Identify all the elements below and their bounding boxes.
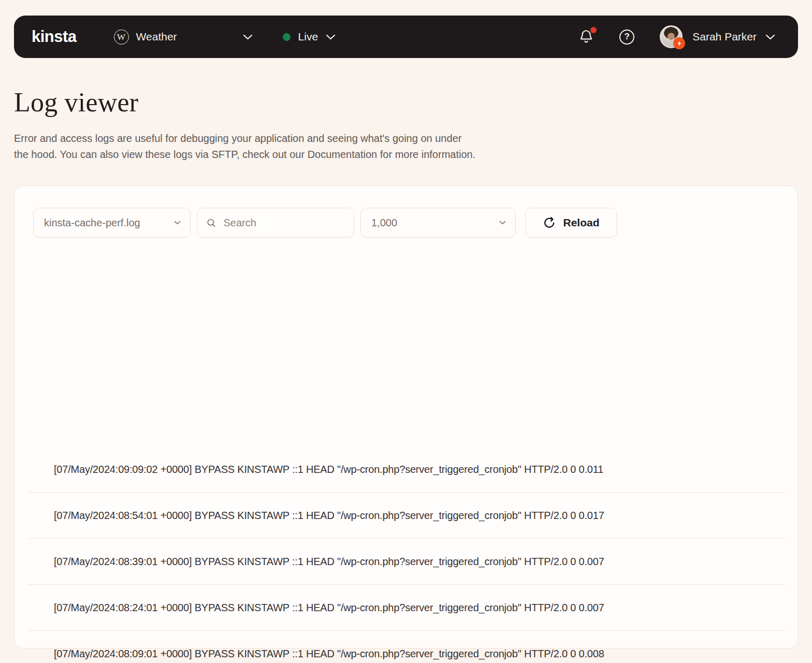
- user-name: Sarah Parker: [692, 31, 757, 43]
- wordpress-icon: W: [114, 30, 129, 45]
- line-count-select-value: 1,000: [371, 217, 397, 229]
- log-entry-text: [07/May/2024:09:09:02 +0000] BYPASS KINS…: [54, 464, 603, 475]
- log-file-select[interactable]: kinsta-cache-perf.log: [33, 208, 191, 238]
- search-input[interactable]: [223, 217, 344, 229]
- log-entry-text: [07/May/2024:08:54:01 +0000] BYPASS KINS…: [54, 510, 604, 522]
- reload-button-label: Reload: [563, 217, 599, 229]
- log-controls: kinsta-cache-perf.log 1,000 Reload: [33, 208, 617, 238]
- notification-badge: [590, 27, 597, 33]
- line-count-select[interactable]: 1,000: [360, 208, 516, 238]
- site-switcher[interactable]: W Weather: [114, 30, 253, 45]
- description-line: Error and access logs are useful for deb…: [14, 131, 475, 147]
- chevron-down-icon: [499, 221, 506, 225]
- log-row: [07/May/2024:08:24:01 +0000] BYPASS KINS…: [27, 585, 785, 631]
- log-file-select-value: kinsta-cache-perf.log: [44, 217, 140, 229]
- reload-button[interactable]: Reload: [525, 208, 617, 238]
- log-entry-text: [07/May/2024:08:24:01 +0000] BYPASS KINS…: [54, 602, 604, 614]
- chevron-down-icon: [765, 34, 775, 40]
- page-title: Log viewer: [14, 87, 138, 118]
- help-button[interactable]: ?: [619, 30, 634, 45]
- description-line: the hood. You can also view these logs v…: [14, 147, 475, 163]
- site-name-label: Weather: [136, 31, 177, 43]
- chevron-down-icon: [326, 34, 336, 40]
- log-entry-text: [07/May/2024:08:09:01 +0000] BYPASS KINS…: [54, 648, 604, 660]
- log-row: [07/May/2024:08:54:01 +0000] BYPASS KINS…: [27, 493, 785, 539]
- notifications-button[interactable]: [578, 29, 594, 45]
- log-list: [07/May/2024:09:09:02 +0000] BYPASS KINS…: [27, 446, 785, 663]
- page-description: Error and access logs are useful for deb…: [14, 131, 475, 163]
- log-row: [07/May/2024:09:09:02 +0000] BYPASS KINS…: [27, 446, 785, 493]
- log-row: [07/May/2024:08:09:01 +0000] BYPASS KINS…: [27, 631, 785, 663]
- log-entry-text: [07/May/2024:08:39:01 +0000] BYPASS KINS…: [54, 556, 604, 568]
- log-viewer-card: kinsta-cache-perf.log 1,000 Reload [07/M…: [14, 185, 798, 648]
- reload-icon: [543, 217, 556, 229]
- live-status-dot: [283, 33, 291, 41]
- search-box: [197, 208, 354, 238]
- avatar-lightning-badge: [673, 37, 685, 49]
- kinsta-logo[interactable]: kinsta: [32, 27, 77, 46]
- search-icon: [207, 218, 216, 228]
- environment-label: Live: [298, 31, 318, 43]
- chevron-down-icon: [243, 34, 253, 40]
- user-menu[interactable]: Sarah Parker: [660, 25, 775, 48]
- help-icon: ?: [619, 30, 634, 45]
- top-navbar: kinsta W Weather Live ?: [14, 16, 798, 58]
- log-row: [07/May/2024:08:39:01 +0000] BYPASS KINS…: [27, 539, 785, 585]
- lightning-icon: [676, 40, 683, 47]
- environment-switcher[interactable]: Live: [283, 31, 336, 43]
- chevron-down-icon: [174, 221, 181, 225]
- avatar: [660, 25, 683, 48]
